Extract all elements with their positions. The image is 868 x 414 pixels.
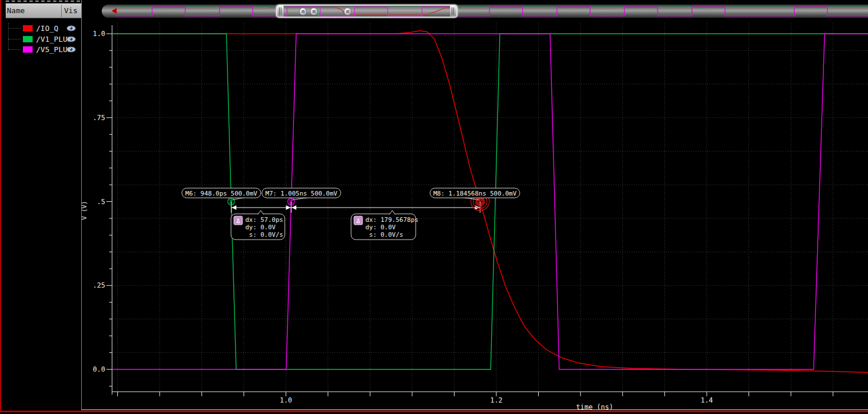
x-tick-label: 1.4: [700, 396, 713, 404]
delta-value-line: s: 0.0V/s: [365, 231, 403, 238]
legend-header: Name Vis: [6, 3, 81, 18]
signal-legend-panel: Name Vis /IO_Q/V1_PLUS/V5_PLUS: [1, 0, 81, 410]
overview-scrollbar[interactable]: mmm: [102, 5, 868, 18]
signal-color-swatch[interactable]: [23, 46, 33, 53]
dimension-arrow-left: [292, 205, 296, 210]
waveform-viewer-window: 1.0.75.5.250.0V (V)1.01.21.4time (ns)M6:…: [0, 0, 868, 414]
marker-label-text: M6: 948.0ps 500.0mV: [185, 190, 257, 197]
mini-trace-magenta: [116, 7, 868, 16]
delta-value-line: dx: 179.5678ps: [365, 216, 419, 224]
signal-color-swatch[interactable]: [23, 36, 33, 42]
y-axis-title: V (V): [81, 201, 88, 220]
visibility-eye-icon[interactable]: [66, 25, 76, 31]
legend-row-io_q[interactable]: /IO_Q: [1, 23, 81, 33]
visibility-eye-icon[interactable]: [66, 36, 76, 42]
overview-marker-bubble[interactable]: m: [310, 7, 318, 15]
marker-label-text: M8: 1.184568ns 500.0mV: [433, 190, 517, 197]
legend-row-v1_plus[interactable]: /V1_PLUS: [1, 34, 81, 44]
legend-row-v5_plus[interactable]: /V5_PLUS: [1, 44, 81, 54]
mini-trace-green: [116, 7, 868, 16]
y-tick-label: 1.0: [93, 30, 105, 38]
x-axis-title: time (ns): [576, 403, 613, 411]
legend-header-vis: Vis: [64, 4, 77, 18]
legend-top-edge: [6, 1, 80, 2]
thumb-grip-left[interactable]: [277, 6, 284, 17]
marker-label-text: M7: 1.005ns 500.0mV: [265, 190, 337, 197]
dimension-arrow-left: [232, 205, 236, 210]
delta-box-notch: [258, 210, 264, 215]
tree-connector: [8, 39, 21, 39]
overview-mini-waveforms: [102, 5, 868, 18]
tree-connector: [8, 28, 21, 29]
visibility-eye-icon[interactable]: [66, 46, 76, 53]
signal-color-swatch[interactable]: [23, 25, 33, 31]
trace-io_q[interactable]: [112, 31, 868, 373]
delta-value-line: s: 0.0V/s: [245, 231, 283, 238]
x-tick-label: 1.2: [490, 396, 503, 404]
delta-value-line: dy: 0.0V: [245, 224, 276, 231]
dimension-arrow-right: [286, 205, 290, 210]
delta-symbol: Δ: [356, 218, 360, 224]
overview-marker-bubble[interactable]: m: [344, 7, 352, 15]
tree-connector: [8, 49, 21, 50]
legend-header-name: Name: [7, 4, 25, 18]
x-tick-label: 1.0: [280, 396, 292, 404]
overview-marker-bubble[interactable]: m: [299, 7, 307, 15]
y-tick-label: .75: [93, 114, 105, 122]
delta-value-line: dx: 57.0ps: [245, 216, 283, 224]
waveform-plot-area[interactable]: 1.0.75.5.250.0V (V)1.01.21.4time (ns)M6:…: [0, 0, 868, 414]
delta-value-line: dy: 0.0V: [365, 224, 396, 231]
y-tick-label: .25: [93, 281, 105, 289]
legend-column-separator: [61, 5, 62, 17]
thumb-grip-right[interactable]: [450, 6, 456, 17]
y-tick-label: .5: [97, 198, 105, 206]
y-tick-label: 0.0: [93, 365, 105, 373]
delta-box-notch: [389, 210, 395, 215]
delta-symbol: Δ: [236, 218, 240, 224]
signal-name-label[interactable]: /IO_Q: [36, 24, 58, 33]
